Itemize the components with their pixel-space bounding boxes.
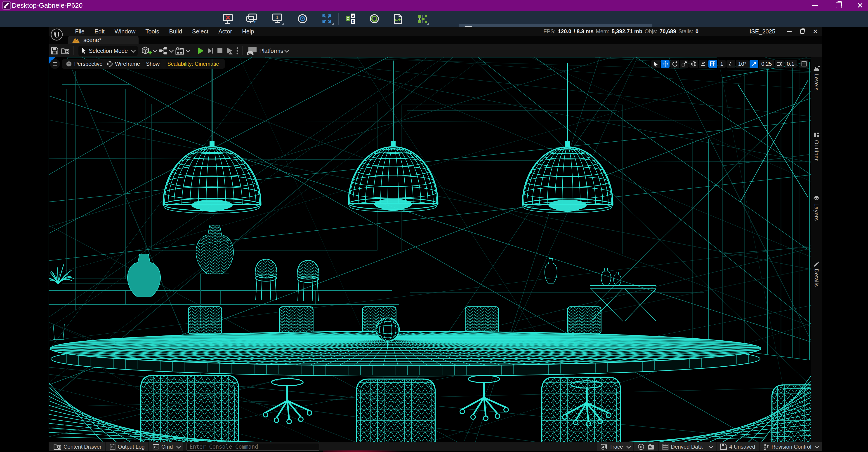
performance-stats: FPS: 120.0 / 8.3 ms Mem: 5,392.71 mb Obj… bbox=[544, 27, 699, 36]
tab-outliner[interactable]: Outliner bbox=[811, 132, 822, 161]
save-button[interactable] bbox=[51, 46, 59, 56]
chevron-down-icon bbox=[153, 48, 158, 53]
tab-levels[interactable]: Levels bbox=[811, 65, 822, 91]
launch-button[interactable] bbox=[226, 46, 234, 56]
tab-details[interactable]: Details bbox=[811, 261, 822, 287]
output-log-button[interactable]: Output Log bbox=[106, 442, 148, 451]
surface-snap-button[interactable] bbox=[699, 60, 708, 68]
viewport-options-menu[interactable] bbox=[50, 59, 60, 69]
grid-snap-toggle[interactable] bbox=[708, 60, 717, 68]
disconnect-session-icon[interactable] bbox=[222, 13, 234, 24]
remote-title-bar: Desktop-Gabriele-P620 ✕ bbox=[0, 0, 868, 11]
move-tool-button[interactable] bbox=[661, 60, 670, 68]
chevron-down-icon bbox=[626, 444, 631, 449]
scale-snap-toggle[interactable] bbox=[749, 60, 758, 68]
connection-options-icon[interactable] bbox=[416, 13, 428, 24]
camera-speed-button[interactable] bbox=[775, 60, 784, 68]
platforms-label: Platforms bbox=[259, 48, 283, 54]
session-record-icon[interactable] bbox=[368, 13, 380, 24]
editor-restore-button[interactable] bbox=[797, 28, 807, 35]
view-mode-label: Wireframe bbox=[115, 61, 140, 67]
ms-value: / 8.3 ms bbox=[574, 28, 594, 35]
perspective-dropdown[interactable]: Perspective bbox=[62, 59, 107, 69]
grid-snap-value[interactable]: 1 bbox=[718, 60, 725, 68]
screen: Desktop-Gabriele-P620 ✕ 1 CAD bbox=[0, 0, 868, 452]
rotation-snap-toggle[interactable] bbox=[726, 60, 735, 68]
unsaved-button[interactable]: ✱ 4 Unsaved bbox=[717, 442, 759, 451]
menu-file[interactable]: File bbox=[72, 28, 88, 35]
selection-mode-label: Selection Mode bbox=[89, 48, 128, 54]
file-transfer-icon[interactable] bbox=[392, 13, 403, 24]
rotate-tool-button[interactable] bbox=[671, 60, 679, 68]
cinematics-button[interactable] bbox=[175, 46, 189, 56]
menu-select[interactable]: Select bbox=[189, 28, 212, 35]
fps-value: 120.0 bbox=[558, 28, 571, 35]
menu-help[interactable]: Help bbox=[239, 28, 257, 35]
world-local-toggle[interactable] bbox=[689, 60, 698, 68]
scalability-warning[interactable]: Scalability: Cinematic bbox=[161, 59, 225, 69]
unreal-editor-window: File Edit Window Tools Build Select Acto… bbox=[49, 27, 822, 451]
platforms-dropdown[interactable]: Platforms bbox=[246, 46, 288, 56]
blueprints-button[interactable] bbox=[159, 46, 173, 56]
camera-speed-value[interactable]: 0.1 bbox=[784, 60, 797, 68]
view-mode-dropdown[interactable]: Wireframe bbox=[102, 59, 145, 69]
menu-edit[interactable]: Edit bbox=[91, 28, 108, 35]
insights-buttons bbox=[634, 442, 658, 451]
trace-label: Trace bbox=[610, 444, 623, 450]
view-options-icon[interactable] bbox=[297, 13, 308, 24]
trace-dropdown[interactable]: Trace bbox=[597, 442, 633, 451]
wireframe-globe-icon bbox=[107, 61, 113, 67]
tab-layers-label: Layers bbox=[813, 203, 819, 221]
editor-minimize-button[interactable] bbox=[784, 28, 794, 35]
status-bar-right: Trace Derived Data ✱ 4 Unsaved bbox=[597, 442, 822, 451]
unsaved-label: 4 Unsaved bbox=[729, 444, 755, 450]
dropdown-indicator bbox=[426, 22, 429, 25]
menu-actor[interactable]: Actor bbox=[215, 28, 236, 35]
editor-status-bar: Content Drawer Output Log Cmd Trace bbox=[49, 442, 822, 451]
menu-tools[interactable]: Tools bbox=[142, 28, 162, 35]
editor-menu-bar: File Edit Window Tools Build Select Acto… bbox=[49, 27, 822, 36]
rotation-snap-value[interactable]: 10° bbox=[736, 60, 749, 68]
tab-layers[interactable]: Layers bbox=[811, 195, 822, 221]
stalls-value: 0 bbox=[695, 28, 699, 35]
menu-build[interactable]: Build bbox=[166, 28, 186, 35]
fullscreen-icon[interactable] bbox=[321, 13, 333, 24]
toolbar-separator bbox=[338, 13, 339, 25]
cmd-dropdown[interactable]: Cmd bbox=[149, 442, 183, 451]
toolbar-separator bbox=[73, 46, 74, 55]
levels-icon bbox=[813, 65, 820, 71]
chevron-down-icon bbox=[131, 48, 136, 53]
stop-button[interactable] bbox=[217, 46, 223, 56]
play-options-kebab[interactable] bbox=[236, 46, 239, 56]
scale-tool-button[interactable] bbox=[680, 60, 688, 68]
browse-content-button[interactable] bbox=[61, 46, 70, 56]
mem-value: 5,392.71 mb bbox=[612, 28, 643, 35]
revision-control-dropdown[interactable]: Revision Control bbox=[760, 442, 822, 451]
chevron-down-icon bbox=[176, 444, 181, 449]
console-command-input[interactable] bbox=[186, 443, 319, 451]
editor-close-button[interactable]: ✕ bbox=[810, 28, 820, 35]
maximize-viewport-button[interactable] bbox=[800, 60, 808, 68]
revision-control-icon bbox=[763, 444, 769, 450]
frame-skip-button[interactable] bbox=[207, 46, 214, 56]
remote-restore-button[interactable] bbox=[831, 0, 846, 11]
play-button[interactable] bbox=[197, 46, 205, 56]
remote-close-button[interactable]: ✕ bbox=[852, 0, 868, 11]
objs-value: 70,689 bbox=[659, 28, 676, 35]
snapshot-icon[interactable] bbox=[647, 444, 654, 450]
level-viewport[interactable]: Perspective Wireframe Show Scalability: … bbox=[49, 57, 811, 442]
select-tool-button[interactable] bbox=[651, 60, 660, 68]
ctrl-alt-del-icon[interactable]: CAD bbox=[344, 13, 356, 24]
selection-mode-dropdown[interactable]: Selection Mode bbox=[79, 46, 138, 56]
scale-snap-value[interactable]: 0.25 bbox=[759, 60, 774, 68]
pause-trace-icon[interactable] bbox=[638, 444, 644, 450]
tab-scene[interactable]: scene* bbox=[68, 36, 138, 44]
monitor-1-icon[interactable]: 1 bbox=[271, 13, 283, 24]
menu-window[interactable]: Window bbox=[111, 28, 139, 35]
remote-minimize-button[interactable] bbox=[807, 0, 823, 11]
trace-icon bbox=[601, 444, 607, 450]
add-actor-button[interactable] bbox=[141, 46, 156, 56]
derived-data-dropdown[interactable]: Derived Data bbox=[659, 442, 716, 451]
content-drawer-button[interactable]: Content Drawer bbox=[49, 442, 105, 451]
switch-monitor-icon[interactable] bbox=[246, 13, 258, 24]
